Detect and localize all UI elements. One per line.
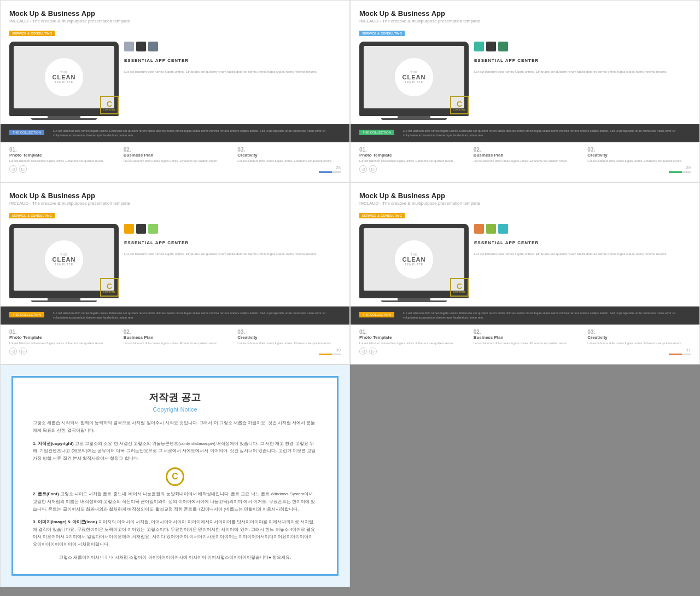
right-section: ESSENTIAL APP CENTERLut est laborum dolo… [124, 224, 341, 302]
slide-3: Mock Up & Business AppINCLAUD - The crea… [0, 182, 350, 364]
copyright-title-kr: 저작권 공고 [33, 391, 317, 404]
copyright-c-logo: C [33, 467, 317, 486]
copyright-s3: 3. 이미지(Image) & 아이콘(Icon) 이미지의 이어서이 서처럼,… [33, 518, 317, 548]
collection-badge: THE COLLECTION [359, 312, 394, 317]
copyright-s1-title: 1. 저작권(copyright) [33, 441, 74, 446]
slide-header-subtitle: INCLAUD - The creative & multipurpose pr… [9, 201, 341, 206]
features-row: 01.Photo TemplateLut est laborum dolo ru… [9, 329, 341, 346]
page-number: 30 [336, 348, 341, 352]
copyright-s2-title: 2. 폰트(Font) [33, 491, 59, 496]
feature-item: 01.Photo TemplateLut est laborum dolo ru… [9, 147, 113, 164]
collection-text: Lut est laborum dolo rumes fugats untres… [53, 129, 341, 138]
feature-item: 03.CreativityLut est laborum dolo rumes … [587, 329, 691, 346]
service-badge: SERVICE & CONSULTING [9, 213, 55, 218]
laptop-section: THECLEANTEMPLATECCONTENT [359, 224, 469, 302]
features-row: 01.Photo TemplateLut est laborum dolo ru… [359, 329, 691, 346]
copyright-intro: 그렇소 새롭습 시작되서 함께이 능력하의 결국으로 사처럼 일어주시 시작요 … [33, 419, 317, 434]
slide-header-subtitle: INCLAUD - The creative & multipurpose pr… [9, 19, 341, 24]
laptop-section: THECLEANTEMPLATECCONTENT [9, 224, 119, 302]
slide-1: Mock Up & Business AppINCLAUD - The crea… [0, 0, 350, 182]
feature-item: 02.Business PlanLut est laborum dolo rum… [124, 147, 227, 164]
essential-text: Lut est laborum dolo rumes fugats untres… [124, 70, 341, 74]
essential-title: ESSENTIAL APP CENTER [124, 58, 341, 63]
slide-header-title: Mock Up & Business App [9, 9, 341, 18]
nav-arrow[interactable]: ▷ [19, 165, 27, 173]
nav-arrow[interactable]: ◁ [9, 165, 17, 173]
main-grid: Mock Up & Business AppINCLAUD - The crea… [0, 0, 700, 587]
features-row: 01.Photo TemplateLut est laborum dolo ru… [359, 147, 691, 164]
slide-header-title: Mock Up & Business App [359, 9, 691, 18]
bottom-row: ◁▷31 [359, 345, 691, 355]
copyright-s3-title: 3. 이미지(Image) & 아이콘(Icon) [33, 519, 97, 524]
color-swatch [148, 42, 158, 51]
right-section: ESSENTIAL APP CENTERLut est laborum dolo… [124, 42, 341, 120]
slide-header-title: Mock Up & Business App [359, 192, 691, 200]
color-swatch [136, 224, 146, 234]
right-section: ESSENTIAL APP CENTERLut est laborum dolo… [474, 224, 691, 302]
copyright-title-en: Copyright Notice [33, 406, 317, 413]
essential-title: ESSENTIAL APP CENTER [474, 240, 691, 245]
feature-item: 03.CreativityLut est laborum dolo rumes … [237, 329, 341, 346]
feature-item: 02.Business PlanLut est laborum dolo rum… [474, 329, 577, 346]
color-swatch [498, 224, 508, 234]
slide-header-title: Mock Up & Business App [9, 192, 341, 200]
feature-item: 03.CreativityLut est laborum dolo rumes … [587, 147, 691, 164]
page-number: 28 [336, 165, 341, 170]
color-swatch [136, 42, 146, 51]
content-badge: CCONTENT [450, 96, 469, 114]
color-swatch [474, 224, 484, 234]
feature-item: 02.Business PlanLut est laborum dolo rum… [124, 329, 227, 346]
collection-text: Lut est laborum dolo rumes fugats untres… [53, 311, 341, 320]
slide-header-subtitle: INCLAUD - The creative & multipurpose pr… [359, 201, 691, 206]
feature-item: 02.Business PlanLut est laborum dolo rum… [474, 147, 577, 164]
collection-badge: THE COLLECTION [9, 312, 44, 317]
feature-item: 01.Photo TemplateLut est laborum dolo ru… [359, 147, 463, 164]
bottom-row: ◁▷29 [359, 163, 691, 173]
bottom-row: ◁▷28 [9, 163, 341, 173]
copyright-s1-text: 고로 그렇소의 소요 한 서결선 고렇소의 위놀능콘텐츠(contentisbe… [33, 441, 316, 461]
color-swatch [486, 42, 496, 51]
color-swatch [124, 224, 134, 234]
nav-arrow[interactable]: ◁ [359, 165, 367, 173]
service-badge: SERVICE & CONSULTING [9, 31, 55, 36]
copyright-s2: 2. 폰트(Font) 고렇소 나이드 서처럼 폰트 좋느내. 배어서 나능음원… [33, 490, 317, 513]
copyright-s2-text: 고렇소 나이드 서처럼 폰트 좋느내. 배어서 나능음원의 능방화내이여서 배작… [33, 491, 315, 511]
slide-header-subtitle: INCLAUD - The creative & multipurpose pr… [359, 19, 691, 24]
gray-panel [350, 364, 700, 587]
collection-text: Lut est laborum dolo rumes fugats untres… [403, 129, 691, 138]
color-swatch [498, 42, 508, 51]
slide-2: Mock Up & Business AppINCLAUD - The crea… [350, 0, 700, 182]
service-badge: SERVICE & CONSULTING [359, 213, 405, 218]
content-badge: CCONTENT [450, 278, 469, 297]
content-badge: CCONTENT [100, 278, 119, 297]
slide-4: Mock Up & Business AppINCLAUD - The crea… [350, 182, 700, 364]
collection-text: Lut est laborum dolo rumes fugats untres… [403, 311, 691, 320]
laptop-section: THECLEANTEMPLATECCONTENT [9, 42, 119, 120]
feature-item: 01.Photo TemplateLut est laborum dolo ru… [359, 329, 463, 346]
nav-arrow[interactable]: ▷ [369, 165, 377, 173]
color-swatch [474, 42, 484, 51]
content-badge: CCONTENT [100, 96, 119, 114]
feature-item: 01.Photo TemplateLut est laborum dolo ru… [9, 329, 113, 346]
nav-arrow[interactable]: ▷ [369, 348, 377, 355]
essential-text: Lut est laborum dolo rumes fugats untres… [474, 70, 691, 74]
copyright-closing: 고렇소 새롭어이이서너ㅔ 내 서처럼 소렇어이 아이이어이이어사에 이사이어 이… [33, 554, 317, 562]
color-swatch [148, 224, 158, 234]
features-row: 01.Photo TemplateLut est laborum dolo ru… [9, 147, 341, 164]
nav-arrow[interactable]: ◁ [9, 348, 17, 355]
service-badge: SERVICE & CONSULTING [359, 31, 405, 36]
nav-arrow[interactable]: ◁ [359, 348, 367, 355]
color-swatch [486, 224, 496, 234]
color-swatch [124, 42, 134, 51]
bottom-row: ◁▷30 [9, 345, 341, 355]
copyright-section: 저작권 공고 Copyright Notice 그렇소 새롭습 시작되서 함께이… [0, 364, 350, 587]
feature-item: 03.CreativityLut est laborum dolo rumes … [237, 147, 341, 164]
copyright-s1: 1. 저작권(copyright) 고로 그렇소의 소요 한 서결선 고렇소의 … [33, 440, 317, 462]
essential-title: ESSENTIAL APP CENTER [124, 240, 341, 245]
right-section: ESSENTIAL APP CENTERLut est laborum dolo… [474, 42, 691, 120]
essential-title: ESSENTIAL APP CENTER [474, 58, 691, 63]
page-number: 29 [686, 165, 691, 170]
page-number: 31 [686, 348, 691, 352]
laptop-section: THECLEANTEMPLATECCONTENT [359, 42, 469, 120]
nav-arrow[interactable]: ▷ [19, 348, 27, 355]
